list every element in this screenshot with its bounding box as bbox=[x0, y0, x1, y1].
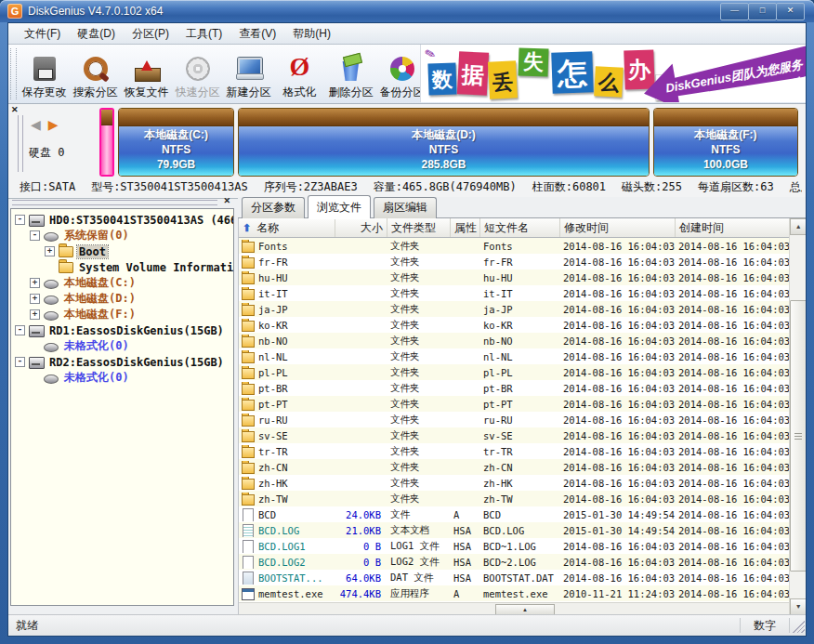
toolbar-button[interactable]: 保存更改 bbox=[19, 45, 70, 103]
menu-item[interactable]: 工具(T) bbox=[177, 23, 230, 45]
file-row[interactable]: ko-KR 文件夹 ko-KR 2014-08-16 16:04:03 2014… bbox=[239, 317, 789, 333]
next-disk-icon[interactable]: ▶ bbox=[48, 117, 59, 132]
partition-block[interactable]: 本地磁盘(C:) NTFS 79.9GB bbox=[118, 108, 234, 177]
ad-tiles: 数据丢失怎么办! bbox=[428, 48, 670, 100]
menu-item[interactable]: 硬盘(D) bbox=[69, 23, 124, 45]
tree-expander-icon[interactable]: - bbox=[15, 357, 25, 367]
header-name[interactable]: ⬆ 名称 bbox=[239, 218, 335, 237]
scroll-up-icon[interactable]: ▲ bbox=[790, 218, 807, 235]
toolbar-button[interactable]: 格式化 bbox=[274, 45, 325, 103]
tab[interactable]: 扇区编辑 bbox=[374, 197, 437, 218]
file-type: 文件 bbox=[387, 508, 451, 521]
toolbar-button[interactable]: 新建分区 bbox=[223, 45, 274, 103]
file-row[interactable]: nl-NL 文件夹 nl-NL 2014-08-16 16:04:03 2014… bbox=[239, 348, 789, 364]
menu-item[interactable]: 分区(P) bbox=[124, 23, 177, 45]
file-row[interactable]: hu-HU 文件夹 hu-HU 2014-08-16 16:04:03 2014… bbox=[239, 269, 789, 285]
vertical-scrollbar[interactable]: ▲ ▼ bbox=[789, 218, 806, 615]
tree-item[interactable]: System Volume Information bbox=[11, 259, 233, 275]
partition-block[interactable]: 本地磁盘(F:) NTFS 100.0GB bbox=[653, 108, 798, 177]
tree-panel-header[interactable]: ✕ bbox=[12, 198, 232, 207]
tree-expander-icon[interactable]: + bbox=[30, 309, 40, 320]
file-row[interactable]: nb-NO 文件夹 nb-NO 2014-08-16 16:04:03 2014… bbox=[239, 333, 789, 348]
maximize-button[interactable]: □ bbox=[748, 3, 777, 20]
tree-expander-icon[interactable] bbox=[45, 262, 55, 272]
file-row[interactable]: pl-PL 文件夹 pl-PL 2014-08-16 16:04:03 2014… bbox=[239, 364, 789, 380]
header-size[interactable]: 大小 bbox=[335, 218, 387, 237]
tree-expander-icon[interactable]: + bbox=[30, 294, 40, 304]
menu-item[interactable]: 帮助(H) bbox=[284, 23, 339, 45]
tab[interactable]: 分区参数 bbox=[242, 197, 305, 218]
menu-item[interactable]: 文件(F) bbox=[16, 23, 69, 45]
file-shortname: nb-NO bbox=[480, 335, 560, 347]
file-row[interactable]: it-IT 文件夹 it-IT 2014-08-16 16:04:03 2014… bbox=[239, 285, 789, 301]
file-row[interactable]: BCD.LOG2 0 B LOG2 文件 HSA BCD~2.LOG 2014-… bbox=[239, 554, 789, 570]
tree-expander-icon[interactable]: + bbox=[30, 278, 40, 288]
file-row[interactable]: ja-JP 文件夹 ja-JP 2014-08-16 16:04:03 2014… bbox=[239, 301, 789, 317]
file-row[interactable]: BOOTSTAT... 64.0KB DAT 文件 HSA BOOTSTAT.D… bbox=[239, 570, 789, 585]
tree-item[interactable]: 未格式化(0) bbox=[11, 370, 233, 386]
partition-type-bar bbox=[239, 109, 649, 126]
prev-disk-icon[interactable]: ◀ bbox=[31, 117, 41, 132]
tree-item[interactable]: - RD1:EassosDiskGenius(15GB) bbox=[11, 322, 233, 338]
tree-expander-icon[interactable]: - bbox=[15, 325, 25, 335]
tree-expander-icon[interactable]: + bbox=[45, 246, 55, 256]
file-shortname: pl-PL bbox=[480, 367, 560, 378]
toolbar-button[interactable]: 恢复文件 bbox=[121, 45, 172, 103]
tree-item[interactable]: 未格式化(0) bbox=[11, 338, 233, 354]
file-row[interactable]: pt-BR 文件夹 pt-BR 2014-08-16 16:04:03 2014… bbox=[239, 380, 789, 396]
file-created: 2014-08-16 16:04:03 bbox=[676, 256, 789, 268]
file-row[interactable]: BCD.LOG1 0 B LOG1 文件 HSA BCD~1.LOG 2014-… bbox=[239, 538, 789, 554]
vertical-scrollbar-thumb[interactable] bbox=[790, 300, 807, 572]
scroll-down-icon[interactable]: ▼ bbox=[790, 598, 807, 615]
partition-block[interactable]: 本地磁盘(D:) NTFS 285.8GB bbox=[238, 108, 650, 177]
toolbar-button[interactable]: 快速分区 bbox=[172, 45, 223, 103]
toolbar-button[interactable]: 删除分区 bbox=[325, 45, 376, 103]
up-arrow-icon[interactable]: ⬆ bbox=[243, 222, 251, 234]
tree-expander-icon[interactable] bbox=[30, 373, 40, 383]
file-row[interactable]: ru-RU 文件夹 ru-RU 2014-08-16 16:04:03 2014… bbox=[239, 412, 789, 427]
file-row[interactable]: BCD.LOG 21.0KB 文本文档 HSA BCD.LOG 2015-01-… bbox=[239, 522, 789, 538]
panel-grip[interactable] bbox=[18, 115, 23, 172]
file-row[interactable]: Fonts 文件夹 Fonts 2014-08-16 16:04:03 2014… bbox=[239, 238, 789, 254]
file-row[interactable]: BCD 24.0KB 文件 A BCD 2015-01-30 14:49:54 … bbox=[239, 506, 789, 522]
close-button[interactable]: ✕ bbox=[776, 3, 805, 20]
tree-node-label: 未格式化(0) bbox=[62, 338, 131, 354]
resize-grip[interactable] bbox=[790, 618, 805, 633]
file-row[interactable]: memtest.exe 474.4KB 应用程序 A memtest.exe 2… bbox=[239, 585, 789, 601]
file-modified: 2014-08-16 16:04:03 bbox=[560, 541, 676, 552]
title-bar[interactable]: G DiskGenius V4.7.0.102 x64 — □ ✕ bbox=[0, 0, 814, 22]
tree-item[interactable]: - RD2:EassosDiskGenius(15GB) bbox=[11, 354, 233, 370]
close-tree-icon[interactable]: ✕ bbox=[223, 196, 230, 205]
tree-item[interactable]: + 本地磁盘(F:) bbox=[11, 307, 233, 322]
tree-item[interactable]: - HD0:ST350041ST3500413AS (466 bbox=[11, 212, 233, 228]
tree-node-label: 未格式化(0) bbox=[62, 370, 131, 386]
file-shortname: zh-CN bbox=[480, 462, 560, 473]
tab[interactable]: 浏览文件 bbox=[308, 195, 371, 218]
tree-expander-icon[interactable]: - bbox=[15, 215, 25, 225]
minimize-button[interactable]: — bbox=[720, 3, 749, 20]
file-row[interactable]: zh-CN 文件夹 zh-CN 2014-08-16 16:04:03 2014… bbox=[239, 459, 789, 475]
horizontal-scrollbar[interactable]: ▲ bbox=[239, 602, 789, 615]
header-attr[interactable]: 属性 bbox=[451, 218, 480, 237]
tree-expander-icon[interactable] bbox=[30, 341, 40, 351]
file-row[interactable]: zh-TW 文件夹 zh-TW 2014-08-16 16:04:03 2014… bbox=[239, 491, 789, 506]
header-created[interactable]: 创建时间 bbox=[676, 218, 790, 237]
header-shortname[interactable]: 短文件名 bbox=[480, 218, 560, 237]
toolbar-button[interactable]: 搜索分区 bbox=[70, 45, 121, 103]
tree-item[interactable]: - 系统保留(0) bbox=[11, 228, 233, 243]
tree-item[interactable]: + 本地磁盘(C:) bbox=[11, 275, 233, 291]
file-row[interactable]: sv-SE 文件夹 sv-SE 2014-08-16 16:04:03 2014… bbox=[239, 427, 789, 443]
partition-block[interactable] bbox=[99, 108, 114, 177]
tree-expander-icon[interactable]: - bbox=[30, 230, 40, 241]
file-row[interactable]: fr-FR 文件夹 fr-FR 2014-08-16 16:04:03 2014… bbox=[239, 254, 789, 269]
close-panel-icon[interactable]: ✕ bbox=[11, 105, 19, 114]
tree-item[interactable]: + 本地磁盘(D:) bbox=[11, 291, 233, 307]
file-row[interactable]: tr-TR 文件夹 tr-TR 2014-08-16 16:04:03 2014… bbox=[239, 443, 789, 459]
menu-item[interactable]: 查看(V) bbox=[230, 23, 284, 45]
tree-item[interactable]: + Boot bbox=[11, 243, 233, 259]
file-row[interactable]: zh-HK 文件夹 zh-HK 2014-08-16 16:04:03 2014… bbox=[239, 475, 789, 491]
header-modified[interactable]: 修改时间 bbox=[560, 218, 676, 237]
file-row[interactable]: pt-PT 文件夹 pt-PT 2014-08-16 16:04:03 2014… bbox=[239, 396, 789, 412]
file-shortname: Fonts bbox=[480, 241, 560, 252]
header-type[interactable]: 文件类型 bbox=[387, 218, 451, 237]
